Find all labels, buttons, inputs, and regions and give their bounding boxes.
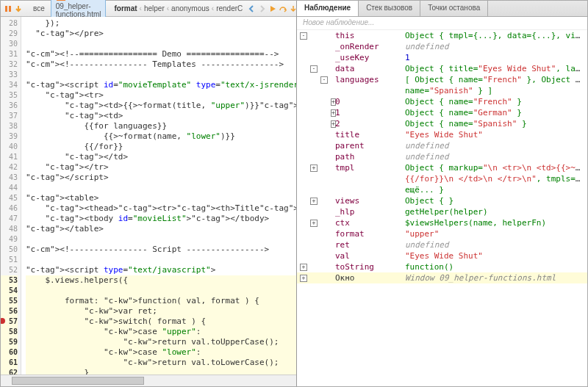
var-row[interactable]: +2Object { name="Spanish" } [297, 118, 587, 129]
var-name: data [335, 63, 405, 74]
nav-back-icon[interactable] [248, 4, 257, 14]
var-value: getHelper(helper) [405, 206, 584, 217]
var-row[interactable]: _useKey1 [297, 52, 587, 63]
nav-fwd-icon[interactable] [258, 4, 267, 14]
tab-all[interactable]: все [29, 3, 49, 14]
step-down-icon[interactable] [14, 4, 23, 14]
var-row[interactable]: +1Object { name="German" } [297, 107, 587, 118]
var-name: tmpl [335, 162, 405, 173]
var-name: ret [335, 239, 405, 250]
var-name: 1 [335, 107, 405, 118]
var-name: views [335, 195, 405, 206]
var-name: _useKey [335, 52, 405, 63]
var-name: Окно [335, 272, 405, 283]
var-name: parent [335, 140, 405, 151]
var-row[interactable]: +0Object { name="French" } [297, 96, 587, 107]
crumb-format[interactable]: format [112, 4, 139, 12]
var-row-window[interactable]: +ОкноWindow 09_helper-functions.html [297, 272, 587, 283]
var-value: Object { name="German" } [405, 107, 584, 118]
var-row[interactable]: _hlpgetHelper(helper) [297, 206, 587, 217]
var-row[interactable]: +viewsObject { } [297, 195, 587, 206]
var-name: ctx [335, 217, 405, 228]
var-row[interactable]: pathundefined [297, 151, 587, 162]
var-row[interactable]: _onRenderundefined [297, 41, 587, 52]
var-row[interactable]: parentundefined [297, 140, 587, 151]
tab-file-label: 09_helper-functions.html [56, 2, 101, 18]
var-row[interactable]: val"Eyes Wide Shut" [297, 250, 587, 261]
expand-toggle[interactable]: - [310, 65, 318, 73]
expand-toggle[interactable]: + [310, 164, 318, 172]
code-area[interactable]: }); "c-tag"></pre>"c-cm"><!--===========… [21, 17, 296, 375]
var-name: 2 [335, 118, 405, 129]
tab-breaks[interactable]: Точки останова [420, 1, 488, 16]
step-over-icon[interactable] [279, 4, 287, 14]
crumb-helper[interactable]: helper [142, 4, 167, 12]
var-value: Object { tmpl={...}, data={...}, views={… [405, 30, 584, 41]
code-editor[interactable]: 2829303132333435363738394041424344454647… [1, 17, 296, 375]
var-value: {{/for}}\n </td>\n </tr>\n", tmpls=[1], … [405, 173, 584, 184]
line-gutter: 2829303132333435363738394041424344454647… [1, 17, 21, 375]
var-row[interactable]: +tmplObject { markup="\n <tr>\n <td>{{>~… [297, 162, 587, 173]
expand-toggle[interactable]: + [310, 220, 318, 227]
var-value: name="Spanish" } ] [405, 85, 584, 96]
var-row[interactable]: {{/for}}\n </td>\n </tr>\n", tmpls=[1], … [297, 173, 587, 184]
var-value: undefined [405, 151, 584, 162]
run-icon[interactable] [268, 4, 277, 14]
new-watch-input[interactable]: Новое наблюдение... [297, 17, 587, 30]
var-row[interactable]: title"Eyes Wide Shut" [297, 129, 587, 140]
var-row[interactable]: -languages[ Object { name="French" }, Ob… [297, 74, 587, 85]
expand-toggle[interactable]: + [300, 264, 307, 271]
expand-toggle[interactable]: - [300, 32, 307, 40]
tab-stack[interactable]: Стек вызовов [359, 1, 420, 16]
var-value: $viewsHelpers(name, helperFn) [405, 217, 584, 228]
var-row[interactable]: -dataObject { title="Eyes Wide Shut", la… [297, 63, 587, 74]
var-row[interactable]: +ctx$viewsHelpers(name, helperFn) [297, 217, 587, 228]
crumb-anon[interactable]: anonymous [169, 4, 212, 12]
var-value: Object { name="Spanish" } [405, 118, 584, 129]
var-name: languages [335, 74, 405, 85]
crumb-render[interactable]: renderC [214, 4, 245, 12]
variable-tree[interactable]: -thisObject { tmpl={...}, data={...}, vi… [297, 30, 587, 386]
breadcrumb: format‹ helper‹ anonymous‹ renderC [112, 4, 245, 12]
var-name: toString [335, 261, 405, 272]
var-value: Object { title="Eyes Wide Shut", languag… [405, 63, 584, 74]
var-value: [ Object { name="French" }, Object { nam… [405, 74, 584, 85]
h-scrollbar[interactable] [1, 375, 296, 386]
var-value: "Eyes Wide Shut" [405, 129, 584, 140]
var-row[interactable]: format"upper" [297, 228, 587, 239]
editor-toolbar: все 09_helper-functions.html ▾ format‹ h… [1, 1, 296, 17]
expand-toggle[interactable]: - [320, 76, 328, 84]
editor-pane: все 09_helper-functions.html ▾ format‹ h… [1, 1, 297, 386]
var-name: title [335, 129, 405, 140]
pause-icon[interactable] [4, 4, 12, 14]
expand-toggle[interactable]: + [300, 275, 307, 282]
var-name [335, 85, 405, 96]
tab-watch[interactable]: Наблюдение [297, 1, 359, 16]
var-value: undefined [405, 41, 584, 52]
var-name: this [335, 30, 405, 41]
debug-tabs: Наблюдение Стек вызовов Точки останова [297, 1, 587, 17]
var-name: val [335, 250, 405, 261]
var-row[interactable]: name="Spanish" } ] [297, 85, 587, 96]
app-root: все 09_helper-functions.html ▾ format‹ h… [0, 0, 588, 387]
var-value: undefined [405, 140, 584, 151]
var-value: 1 [405, 52, 584, 63]
var-row[interactable]: retundefined [297, 239, 587, 250]
var-row[interactable]: +toStringfunction() [297, 261, 587, 272]
var-value: Window 09_helper-functions.html [405, 272, 584, 283]
var-value: Object { name="French" } [405, 96, 584, 107]
svg-rect-1 [9, 6, 11, 12]
var-name: _onRender [335, 41, 405, 52]
file-icon [56, 0, 66, 1]
var-value: Object { } [405, 195, 584, 206]
var-name: 0 [335, 96, 405, 107]
var-value: function() [405, 261, 584, 272]
var-value: Object { markup="\n <tr>\n <td>{{>~forma… [405, 162, 584, 173]
var-value: undefined [405, 239, 584, 250]
debug-pane: Наблюдение Стек вызовов Точки останова Н… [297, 1, 587, 386]
expand-toggle[interactable]: + [310, 198, 318, 205]
var-row[interactable]: ещё... } [297, 184, 587, 195]
var-value: ещё... } [405, 184, 584, 195]
svg-rect-0 [5, 6, 7, 12]
var-row[interactable]: -thisObject { tmpl={...}, data={...}, vi… [297, 30, 587, 41]
